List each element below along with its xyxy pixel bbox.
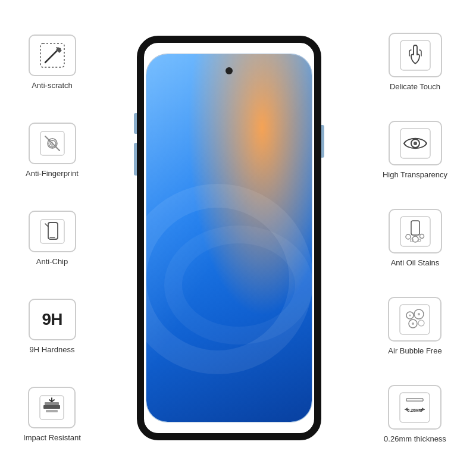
feature-thickness: 0.26MM 0.26mm thickness bbox=[384, 385, 446, 443]
feature-anti-oil-stains: Anti Oil Stains bbox=[389, 209, 442, 267]
9h-hardness-icon-box: 9H bbox=[29, 299, 76, 340]
svg-rect-19 bbox=[411, 221, 419, 235]
svg-rect-9 bbox=[43, 405, 60, 409]
svg-rect-6 bbox=[48, 223, 58, 239]
camera-dot bbox=[226, 67, 233, 74]
svg-line-1 bbox=[45, 49, 58, 62]
bubble-icon bbox=[397, 302, 432, 337]
svg-rect-10 bbox=[45, 402, 59, 405]
side-button-left-top bbox=[134, 113, 137, 134]
feature-9h-hardness: 9H 9H Hardness bbox=[29, 299, 76, 354]
feature-air-bubble-free: Air Bubble Free bbox=[388, 297, 441, 355]
side-button-left-bottom bbox=[134, 143, 137, 176]
anti-fingerprint-icon-box bbox=[29, 123, 76, 164]
air-bubble-free-label: Air Bubble Free bbox=[388, 346, 441, 355]
left-features: Anti-scratch Anti-Fingerprint bbox=[6, 12, 98, 464]
feature-anti-scratch: Anti-scratch bbox=[29, 35, 76, 90]
svg-point-20 bbox=[406, 234, 411, 239]
impact-resistant-label: Impact Resistant bbox=[23, 433, 81, 442]
thickness-label: 0.26mm thickness bbox=[384, 434, 446, 443]
delicate-touch-icon-box bbox=[389, 33, 442, 77]
svg-point-24 bbox=[418, 239, 421, 242]
anti-oil-icon-box bbox=[389, 209, 442, 253]
svg-text:0.26MM: 0.26MM bbox=[408, 408, 422, 412]
svg-rect-5 bbox=[40, 220, 64, 243]
feature-high-transparency: High Transparency bbox=[383, 121, 447, 179]
svg-point-31 bbox=[418, 313, 420, 315]
oil-icon bbox=[398, 214, 433, 249]
high-transparency-label: High Transparency bbox=[383, 170, 447, 179]
svg-point-32 bbox=[412, 322, 414, 325]
side-button-right bbox=[321, 125, 324, 158]
svg-point-29 bbox=[418, 320, 424, 326]
phone-body bbox=[146, 54, 312, 422]
air-bubble-icon-box bbox=[388, 297, 441, 342]
feature-delicate-touch: Delicate Touch bbox=[389, 33, 442, 91]
svg-point-30 bbox=[409, 314, 411, 316]
thickness-icon: 0.26MM bbox=[397, 390, 432, 425]
phone-display bbox=[98, 12, 360, 464]
high-transparency-icon-box bbox=[389, 121, 442, 165]
touch-icon bbox=[398, 38, 433, 73]
eye-icon bbox=[398, 126, 433, 161]
screen-arc2 bbox=[164, 226, 312, 345]
right-features: Delicate Touch High Transparency bbox=[360, 12, 470, 464]
svg-rect-11 bbox=[46, 410, 58, 412]
impact-resistant-icon-box bbox=[28, 387, 76, 428]
9h-hardness-label: 9H Hardness bbox=[30, 345, 75, 354]
scratch-icon bbox=[37, 40, 68, 71]
feature-impact-resistant: Impact Resistant bbox=[23, 387, 81, 442]
anti-scratch-icon-box bbox=[29, 35, 76, 76]
anti-scratch-label: Anti-scratch bbox=[32, 81, 73, 90]
fingerprint-icon bbox=[37, 128, 68, 159]
anti-oil-stains-label: Anti Oil Stains bbox=[391, 258, 440, 267]
thickness-icon-box: 0.26MM bbox=[388, 385, 441, 430]
phone-wrapper bbox=[137, 36, 321, 440]
svg-point-22 bbox=[419, 234, 424, 238]
anti-chip-icon-box bbox=[29, 211, 76, 252]
product-page: Anti-scratch Anti-Fingerprint bbox=[0, 0, 476, 476]
chip-icon bbox=[37, 216, 68, 247]
feature-anti-chip: Anti-Chip bbox=[29, 211, 76, 266]
anti-fingerprint-label: Anti-Fingerprint bbox=[26, 169, 79, 178]
anti-chip-label: Anti-Chip bbox=[36, 257, 68, 266]
delicate-touch-label: Delicate Touch bbox=[390, 82, 440, 91]
impact-icon bbox=[36, 392, 67, 423]
feature-anti-fingerprint: Anti-Fingerprint bbox=[26, 123, 79, 178]
9h-text: 9H bbox=[42, 310, 62, 329]
svg-point-17 bbox=[414, 142, 417, 145]
